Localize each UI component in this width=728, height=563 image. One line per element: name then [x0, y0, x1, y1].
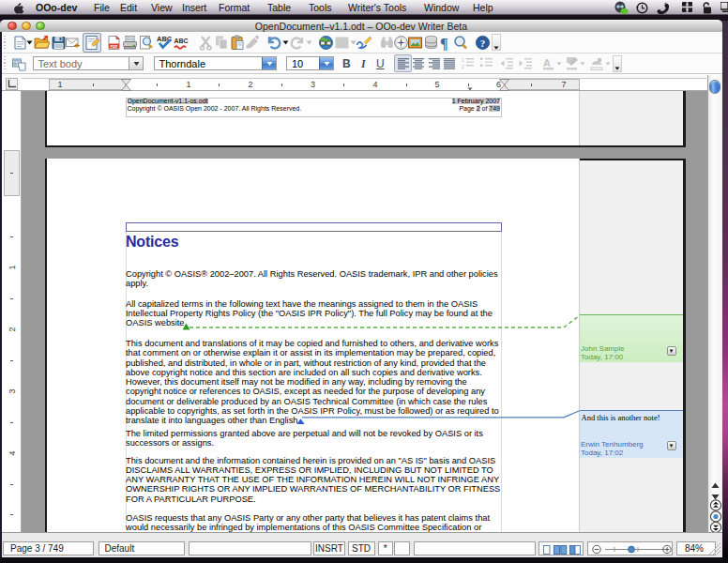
svg-text:ABC: ABC [174, 38, 189, 44]
svg-text:PDF: PDF [110, 44, 118, 49]
svg-text:2: 2 [462, 64, 464, 69]
svg-text:¶: ¶ [440, 36, 448, 52]
svg-text:1: 1 [462, 57, 464, 63]
svg-text:?: ? [479, 38, 485, 49]
svg-text:A: A [543, 57, 551, 68]
